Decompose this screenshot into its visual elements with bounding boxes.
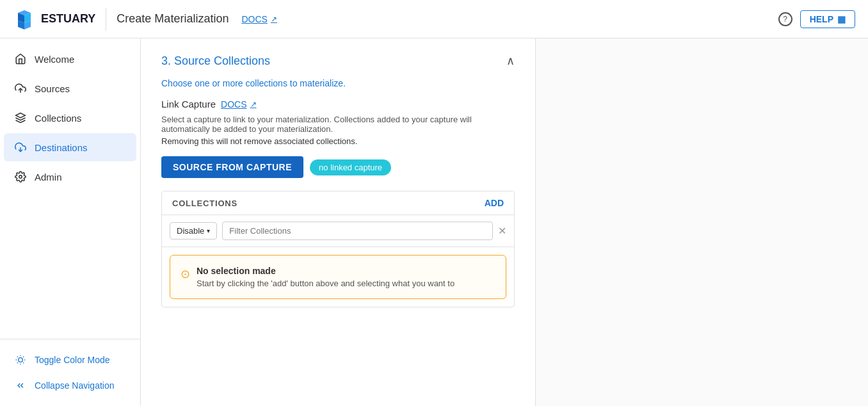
sidebar-label-sources: Sources	[35, 83, 70, 94]
clear-filter-button[interactable]: ✕	[498, 225, 506, 237]
collapse-nav-label: Collapse Navigation	[35, 380, 115, 391]
sidebar-label-destinations: Destinations	[35, 142, 88, 153]
no-selection-title: No selection made	[197, 266, 454, 276]
docs-link[interactable]: DOCS ↗	[241, 14, 277, 24]
link-capture-label: Link Capture	[161, 99, 216, 110]
capture-description: Select a capture to link to your materia…	[161, 115, 515, 134]
source-collections-section: 3. Source Collections ∧ Choose one or mo…	[141, 38, 535, 323]
add-collection-button[interactable]: ADD	[485, 198, 504, 208]
header-divider	[106, 8, 106, 31]
collections-panel-header: COLLECTIONS ADD	[162, 191, 514, 215]
svg-line-8	[23, 362, 24, 363]
sidebar-item-sources[interactable]: Sources	[4, 74, 136, 102]
logo: ESTUARY	[13, 8, 95, 31]
section-description: Choose one or more collections to materi…	[161, 78, 515, 88]
help-sidebar-icon: ▦	[837, 14, 846, 24]
svg-line-7	[17, 357, 18, 357]
toggle-color-label: Toggle Color Mode	[35, 355, 110, 365]
sidebar-item-collections[interactable]: Collections	[4, 104, 136, 132]
nav-items: Welcome Sources Collections Destinations	[0, 38, 140, 339]
cloud-download-icon	[14, 141, 27, 154]
external-link-icon: ↗	[271, 15, 277, 24]
content-area: 3. Source Collections ∧ Choose one or mo…	[141, 38, 535, 406]
collections-panel-title: COLLECTIONS	[172, 199, 237, 208]
svg-line-12	[23, 357, 24, 357]
right-panel	[535, 38, 868, 406]
source-from-capture-button[interactable]: SOURCE FROM CAPTURE	[161, 156, 303, 178]
sidebar-label-welcome: Welcome	[35, 54, 74, 65]
logo-icon	[13, 8, 36, 31]
help-circle-icon[interactable]: ?	[778, 12, 792, 26]
home-icon	[14, 53, 27, 65]
sidebar: Welcome Sources Collections Destinations	[0, 38, 141, 406]
logo-text: ESTUARY	[41, 12, 95, 26]
header-right: ? HELP ▦	[778, 10, 855, 28]
settings-icon	[14, 170, 27, 183]
sidebar-label-admin: Admin	[35, 172, 62, 183]
sidebar-label-collections: Collections	[35, 113, 81, 124]
no-linked-capture-badge: no linked capture	[310, 159, 391, 175]
chevron-down-icon: ▾	[207, 227, 210, 234]
link-capture-row: Link Capture DOCS ↗	[161, 99, 515, 110]
no-selection-box: ⊙ No selection made Start by clicking th…	[170, 255, 506, 299]
section-title: 3. Source Collections	[161, 54, 270, 68]
svg-line-11	[17, 362, 18, 363]
svg-marker-1	[16, 113, 26, 118]
svg-point-3	[19, 175, 22, 179]
sidebar-item-admin[interactable]: Admin	[4, 163, 136, 191]
header-left: ESTUARY Create Materialization DOCS ↗	[13, 8, 277, 31]
warning-icon: ⊙	[181, 267, 190, 281]
collapse-section-button[interactable]: ∧	[506, 54, 515, 68]
sidebar-item-welcome[interactable]: Welcome	[4, 45, 136, 73]
filter-row: Disable ▾ ✕	[162, 215, 514, 247]
main-layout: Welcome Sources Collections Destinations	[0, 38, 868, 406]
disable-dropdown[interactable]: Disable ▾	[170, 222, 217, 240]
filter-collections-input[interactable]	[222, 222, 493, 240]
help-button[interactable]: HELP ▦	[800, 10, 855, 28]
sidebar-item-destinations[interactable]: Destinations	[4, 133, 136, 161]
capture-warning: Removing this will not remove associated…	[161, 136, 515, 146]
chevrons-left-icon	[14, 379, 27, 392]
sun-icon	[14, 353, 27, 366]
cloud-upload-icon	[14, 82, 27, 95]
disable-label: Disable	[177, 226, 204, 236]
link-capture-docs[interactable]: DOCS ↗	[221, 99, 256, 110]
no-selection-content: No selection made Start by clicking the …	[197, 266, 454, 288]
link-capture-external-icon: ↗	[250, 100, 257, 109]
layers-icon	[14, 111, 27, 124]
toggle-color-mode-item[interactable]: Toggle Color Mode	[4, 347, 136, 373]
capture-actions: SOURCE FROM CAPTURE no linked capture	[161, 156, 515, 178]
collections-panel: COLLECTIONS ADD Disable ▾ ✕ ⊙ No selecti…	[161, 191, 515, 307]
sidebar-bottom: Toggle Color Mode Collapse Navigation	[0, 339, 140, 406]
page-title: Create Materialization	[117, 12, 229, 26]
no-selection-description: Start by clicking the 'add' button above…	[197, 279, 454, 288]
svg-point-4	[19, 358, 23, 362]
section-header: 3. Source Collections ∧	[161, 54, 515, 68]
collapse-nav-item[interactable]: Collapse Navigation	[4, 373, 136, 398]
header: ESTUARY Create Materialization DOCS ↗ ? …	[0, 0, 868, 38]
